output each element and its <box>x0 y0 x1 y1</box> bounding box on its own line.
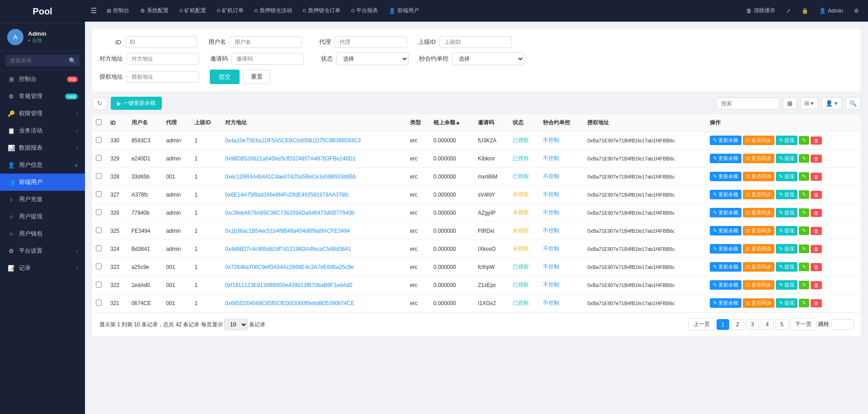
auth-address-input[interactable] <box>127 71 199 83</box>
fullscreen-btn[interactable]: ⤢ <box>783 5 794 17</box>
grid-view-button[interactable]: ⊞ ▾ <box>800 97 818 109</box>
sidebar-item-frontend-user[interactable]: 👥 前端用户 <box>0 174 85 191</box>
update-balance-btn[interactable]: ✎ 更新余额 <box>710 208 741 217</box>
sidebar-item-platform-settings[interactable]: ⚙ 平台设置 › <box>0 242 85 259</box>
counterpart-link[interactable]: 0x1b36ac1B54ec51b4f8B49a454d6f9a8fACFE34… <box>225 228 350 234</box>
delete-btn[interactable]: 🗑 <box>811 227 822 235</box>
edit-btn[interactable]: ✎ <box>799 245 809 253</box>
status-badge[interactable]: 未授权 <box>513 227 529 234</box>
page-5-button[interactable]: 5 <box>775 319 788 330</box>
update-balance-btn[interactable]: ✎ 更新余额 <box>710 226 741 235</box>
withdraw-btn[interactable]: ✎ 提现 <box>776 226 797 235</box>
counterpart-link[interactable]: 0xec1D993A40441C4ae07425a5BeCe1e58B933d6… <box>225 174 356 180</box>
flash-trade-badge[interactable]: 不控制 <box>543 245 559 252</box>
topnav-miner-order[interactable]: 矿机订单 <box>212 4 248 17</box>
withdraw-btn[interactable]: ✎ 提现 <box>776 244 797 254</box>
sidebar-item-user-withdraw[interactable]: ○ 用户提现 <box>0 208 85 225</box>
table-search-button[interactable]: 🔍 <box>845 97 861 109</box>
status-badge[interactable]: 已授权 <box>513 155 529 161</box>
edit-btn[interactable]: ✎ <box>799 281 809 289</box>
topnav-console[interactable]: ⊞ 控制台 <box>102 4 134 17</box>
counterpart-link[interactable]: 0x685D204068C85f0CfED0D060f0e8d8D5390674… <box>225 300 354 306</box>
row-checkbox[interactable] <box>96 191 102 197</box>
sidebar-item-user-info[interactable]: 👤 用户信息 ∨ <box>0 156 85 174</box>
topnav-pledge-order[interactable]: 质押锁仓订单 <box>298 4 345 17</box>
row-checkbox[interactable] <box>96 155 102 161</box>
sidebar-item-dashboard[interactable]: ⊞ 控制台 hot <box>0 71 85 88</box>
sync-btn[interactable]: ⊡ 是否同步 <box>743 136 774 145</box>
page-4-button[interactable]: 4 <box>761 319 774 330</box>
withdraw-btn[interactable]: ✎ 提现 <box>776 154 797 163</box>
status-select[interactable]: 选择 已授权 未授权 <box>336 52 409 65</box>
sidebar-item-permission[interactable]: 🔑 权限管理 › <box>0 105 85 122</box>
update-balance-button[interactable]: ▶ 一键更新余额 <box>111 97 162 110</box>
cell-status[interactable]: 已授权 <box>509 132 539 150</box>
flash-trade-badge[interactable]: 不控制 <box>543 173 559 179</box>
withdraw-btn[interactable]: ✎ 提现 <box>776 172 797 181</box>
counterpart-link[interactable]: 0x4a10e70E6a1DF5A5CEBC0d05B1D75C8B388593… <box>225 137 361 144</box>
update-balance-btn[interactable]: ✎ 更新余额 <box>710 172 741 181</box>
cell-flash-trade[interactable]: 不控制 <box>539 168 584 186</box>
status-badge[interactable]: 已授权 <box>513 173 529 179</box>
counterpart-link[interactable]: 0x4d8B27c4c905d62df7d12198DA4fecaC54Bd36… <box>225 246 351 252</box>
lock-btn[interactable]: 🔒 <box>798 5 812 17</box>
edit-btn[interactable]: ✎ <box>799 299 809 307</box>
delete-btn[interactable]: 🗑 <box>811 263 822 271</box>
user-view-button[interactable]: 👤 ▾ <box>821 97 842 109</box>
row-checkbox[interactable] <box>96 263 102 269</box>
id-input[interactable] <box>125 36 197 48</box>
topnav-miner-config[interactable]: 矿机配置 <box>175 4 211 17</box>
sidebar-item-records[interactable]: 📝 记录 › <box>0 259 85 277</box>
update-balance-btn[interactable]: ✎ 更新余额 <box>710 262 741 272</box>
delete-btn[interactable]: 🗑 <box>811 191 822 199</box>
counterpart-link[interactable]: 0x7264ba706C9efDA54Ac2668E4c3A7eE686a25c… <box>225 264 354 270</box>
cell-status[interactable]: 未授权 <box>509 204 539 222</box>
counterpart-link[interactable]: 0xf1811123E8136BB950e439013fB70baB8F1edA… <box>225 282 353 288</box>
cell-flash-trade[interactable]: 不控制 <box>539 222 584 240</box>
flash-trade-badge[interactable]: 不控制 <box>543 300 559 306</box>
counterpart-link[interactable]: 0xc3febA679A89C38C7362594Da646473d0D7794… <box>225 210 354 216</box>
sync-btn[interactable]: ⊡ 是否同步 <box>743 280 774 290</box>
status-badge[interactable]: 已授权 <box>513 137 529 143</box>
row-checkbox[interactable] <box>96 137 102 143</box>
flash-trade-badge[interactable]: 不控制 <box>543 191 559 198</box>
flash-trade-badge[interactable]: 不控制 <box>543 282 559 288</box>
sidebar-item-general[interactable]: ⚙ 常规管理 new <box>0 88 85 105</box>
edit-btn[interactable]: ✎ <box>799 208 809 217</box>
cell-flash-trade[interactable]: 不控制 <box>539 240 584 258</box>
settings-btn[interactable]: ⚙ <box>850 5 863 17</box>
update-balance-btn[interactable]: ✎ 更新余额 <box>710 244 741 254</box>
withdraw-btn[interactable]: ✎ 提现 <box>776 298 797 308</box>
table-search-input[interactable] <box>716 98 779 109</box>
status-badge[interactable]: 未授权 <box>513 209 529 216</box>
update-balance-btn[interactable]: ✎ 更新余额 <box>710 190 741 199</box>
prev-page-button[interactable]: 上一页 <box>689 318 715 330</box>
reset-button[interactable]: 重置 <box>243 70 270 84</box>
counterpart-link[interactable]: 0x98DB526621a64Dec5cfD324857A487B3FBe240… <box>225 155 356 162</box>
cell-status[interactable]: 已授权 <box>509 150 539 168</box>
sync-btn[interactable]: ⊡ 是否同步 <box>743 226 774 235</box>
cell-flash-trade[interactable]: 不控制 <box>539 258 584 276</box>
flash-trade-badge[interactable]: 不控制 <box>543 227 559 234</box>
page-3-button[interactable]: 3 <box>746 319 759 330</box>
row-checkbox[interactable] <box>96 173 102 179</box>
edit-btn[interactable]: ✎ <box>799 136 809 145</box>
cell-status[interactable]: 未授权 <box>509 222 539 240</box>
edit-btn[interactable]: ✎ <box>799 226 809 235</box>
delete-btn[interactable]: 🗑 <box>811 136 822 145</box>
sidebar-item-business[interactable]: 📋 业务活动 › <box>0 122 85 139</box>
sync-btn[interactable]: ⊡ 是否同步 <box>743 190 774 199</box>
delete-btn[interactable]: 🗑 <box>811 209 822 217</box>
status-badge[interactable]: 未授权 <box>513 191 529 198</box>
edit-btn[interactable]: ✎ <box>799 154 809 163</box>
cell-status[interactable]: 已授权 <box>509 276 539 294</box>
cell-status[interactable]: 已授权 <box>509 168 539 186</box>
next-page-button[interactable]: 下一页 <box>790 318 816 330</box>
delete-btn[interactable]: 🗑 <box>811 281 822 289</box>
hamburger-icon[interactable]: ☰ <box>90 6 97 15</box>
sync-btn[interactable]: ⊡ 是否同步 <box>743 172 774 181</box>
row-checkbox[interactable] <box>96 209 102 215</box>
cell-flash-trade[interactable]: 不控制 <box>539 294 584 312</box>
withdraw-btn[interactable]: ✎ 提现 <box>776 208 797 217</box>
cell-flash-trade[interactable]: 不控制 <box>539 132 584 150</box>
